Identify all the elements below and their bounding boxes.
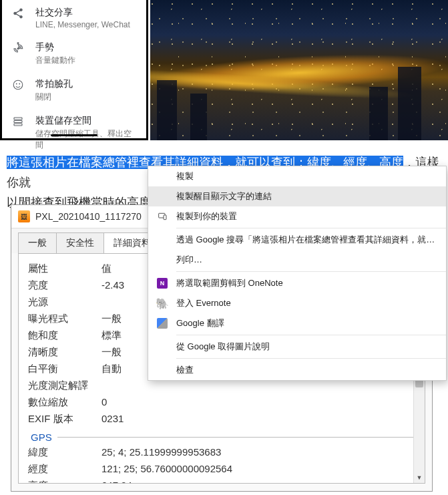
storage-icon [11, 115, 25, 128]
face-icon [11, 78, 25, 92]
onenote-icon: N [155, 277, 170, 289]
svg-point-1 [13, 80, 23, 90]
menu-item-label: 登入 Evernote [176, 297, 438, 309]
svg-point-2 [16, 84, 17, 85]
property-key: 白平衡 [28, 363, 101, 375]
blank-icon [155, 341, 170, 353]
property-value: 121; 25; 56.76000000092564 [101, 463, 415, 476]
context-menu-item[interactable]: 🐘登入 Evernote [148, 293, 446, 313]
property-row[interactable]: 數位縮放0 [28, 394, 415, 411]
evernote-icon: 🐘 [155, 297, 170, 309]
property-key: 數位縮放 [28, 396, 101, 409]
menu-item-label: 複製醒目顯示文字的連結 [176, 190, 438, 202]
night-city-photo [150, 0, 448, 140]
svg-rect-8 [164, 215, 166, 220]
tab-security[interactable]: 安全性 [56, 232, 104, 253]
property-key: 清晰度 [28, 346, 101, 359]
context-menu-item[interactable]: N將選取範圍剪輯到 OneNote [148, 273, 446, 293]
property-value: 25; 4; 25.11999999953683 [101, 446, 415, 459]
setting-subtitle: 儲存空間壓縮工具、釋出空間 [35, 128, 137, 151]
setting-title: 手勢 [35, 41, 137, 53]
property-key: 高度 [28, 480, 101, 484]
gesture-icon [11, 41, 25, 55]
property-value: 0 [101, 396, 415, 409]
menu-item-label: 列印… [176, 254, 438, 266]
context-menu-item[interactable]: 列印… [148, 250, 446, 270]
blank-icon [155, 170, 170, 182]
menu-item-label: 將選取範圍剪輯到 OneNote [176, 277, 438, 289]
setting-subtitle: 音量鍵動作 [35, 55, 137, 66]
setting-subtitle: LINE, Messenger, WeChat [35, 20, 137, 29]
gps-row[interactable]: 高度647.94 [28, 478, 415, 484]
setting-social-share[interactable]: 社交分享 LINE, Messenger, WeChat [2, 0, 146, 35]
menu-separator [176, 271, 446, 272]
property-value [101, 379, 415, 392]
svg-rect-6 [14, 124, 22, 126]
property-key: 光度測定解譯 [28, 379, 101, 392]
google-translate-icon [155, 317, 170, 329]
svg-point-3 [19, 84, 20, 85]
context-menu-item[interactable]: 複製醒目顯示文字的連結 [148, 186, 446, 206]
svg-rect-4 [14, 118, 22, 120]
menu-item-label: 透過 Google 搜尋「將這張相片在檔案總管裡查看其詳細資料，就可以查到：緯 [176, 234, 438, 246]
property-key: 亮度 [28, 279, 101, 292]
divider-line [57, 437, 415, 438]
header-property: 屬性 [28, 263, 101, 275]
menu-item-label: 複製 [176, 170, 438, 182]
menu-item-label: 檢查 [176, 364, 438, 376]
setting-title: 裝置儲存空間 [35, 115, 137, 127]
gps-label: GPS [31, 432, 52, 443]
blank-icon [155, 254, 170, 266]
context-menu-item[interactable]: 複製到你的裝置 [148, 206, 446, 226]
menu-separator [176, 335, 446, 335]
context-menu: 複製複製醒目顯示文字的連結複製到你的裝置透過 Google 搜尋「將這張相片在檔… [148, 166, 447, 381]
context-menu-item[interactable]: Google 翻譯 [148, 313, 446, 333]
property-key: 經度 [28, 463, 101, 476]
property-row[interactable]: EXIF 版本0231 [28, 411, 415, 428]
setting-face[interactable]: 常拍臉孔 關閉 [2, 71, 146, 108]
property-key: 光源 [28, 296, 101, 309]
svg-point-0 [17, 47, 19, 49]
scroll-down-arrow[interactable]: ▼ [414, 472, 425, 483]
property-value: 647.94 [101, 480, 415, 484]
menu-item-label: 從 Google 取得圖片說明 [176, 341, 438, 353]
blank-icon [155, 364, 170, 376]
menu-item-label: 複製到你的裝置 [176, 210, 438, 222]
tab-general[interactable]: 一般 [18, 232, 57, 253]
gps-row[interactable]: 經度121; 25; 56.76000000092564 [28, 461, 415, 478]
property-key: 曝光程式 [28, 313, 101, 325]
menu-separator [176, 358, 446, 359]
property-key: EXIF 版本 [28, 413, 101, 426]
setting-title: 常拍臉孔 [35, 78, 137, 90]
phone-settings-panel: 社交分享 LINE, Messenger, WeChat 手勢 音量鍵動作 常拍… [0, 0, 148, 140]
menu-item-label: Google 翻譯 [176, 317, 438, 329]
context-menu-item[interactable]: 檢查 [148, 360, 446, 380]
gps-row[interactable]: 緯度25; 4; 25.11999999953683 [28, 444, 415, 461]
device-icon [155, 210, 170, 222]
property-key: 緯度 [28, 446, 101, 459]
context-menu-item[interactable]: 從 Google 取得圖片說明 [148, 337, 446, 357]
blank-icon [155, 234, 170, 246]
phone-nav-handle [51, 134, 97, 136]
property-value: 0231 [101, 413, 415, 426]
gps-section-header: GPS [28, 428, 415, 444]
svg-rect-5 [14, 121, 22, 123]
setting-gesture[interactable]: 手勢 音量鍵動作 [2, 35, 146, 71]
menu-separator [176, 228, 446, 228]
image-file-icon: 🖼 [18, 210, 30, 222]
share-icon [11, 7, 25, 20]
setting-subtitle: 關閉 [35, 92, 137, 103]
context-menu-item[interactable]: 複製 [148, 166, 446, 186]
setting-title: 社交分享 [35, 7, 137, 19]
context-menu-item[interactable]: 透過 Google 搜尋「將這張相片在檔案總管裡查看其詳細資料，就可以查到：緯 [148, 230, 446, 250]
dialog-filename: PXL_20210410_1117270 [35, 211, 142, 222]
setting-storage[interactable]: 裝置儲存空間 儲存空間壓縮工具、釋出空間 [2, 108, 146, 156]
property-key: 飽和度 [28, 329, 101, 342]
blank-icon [155, 190, 170, 202]
